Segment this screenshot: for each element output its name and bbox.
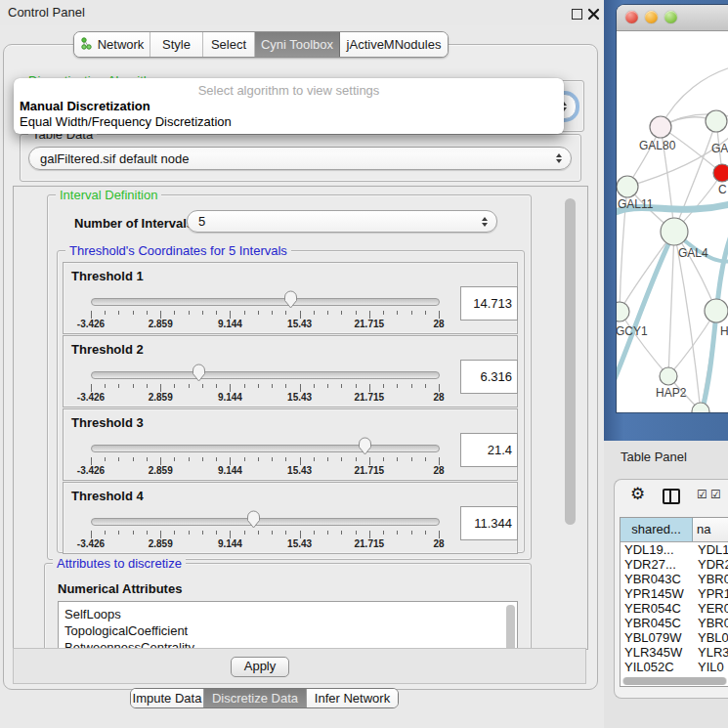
network-edge[interactable] [668, 232, 674, 376]
node-attribute-table[interactable]: shared... na YDL19...YDL1YDR27...YDR2YBR… [620, 517, 728, 687]
cyni-mode-tabs: Impute Data Discretize Data Infer Networ… [130, 688, 399, 708]
dropdown-option-equal-width-frequency[interactable]: Equal Width/Frequency Discretization [14, 114, 564, 130]
slider-axis-labels: -3.4262.8599.14415.4321.71528 [91, 319, 439, 330]
slider-axis-labels: -3.4262.8599.14415.4321.71528 [91, 392, 439, 404]
network-edge[interactable] [674, 121, 716, 232]
screen: Control Panel Network Style Select [0, 0, 728, 728]
cell-shared-name: YPR145W [621, 586, 693, 601]
table-row[interactable]: YDL19...YDL1 [621, 542, 728, 557]
tab-infer-network[interactable]: Infer Network [307, 689, 398, 707]
tab-cyni-toolbox[interactable]: Cyni Toolbox [255, 32, 340, 57]
network-node[interactable] [660, 367, 677, 385]
table-header-row: shared... na [621, 518, 728, 542]
network-node[interactable] [713, 164, 728, 182]
network-icon [80, 37, 93, 53]
tab-select-label: Select [211, 37, 246, 52]
slider-thumb[interactable] [246, 509, 261, 531]
slider-axis-labels: -3.4262.8599.14415.4321.71528 [91, 538, 439, 550]
split-columns-icon[interactable] [663, 489, 680, 504]
threshold-panel: Threshold 3-3.4262.8599.14415.4321.71528… [63, 408, 518, 481]
checkbox-icon[interactable]: ☑ [697, 488, 707, 501]
attribute-list-item[interactable]: TopologicalCoefficient [59, 622, 517, 639]
table-row[interactable]: YBR045CYBR0 [621, 616, 728, 630]
apply-button-bar: Apply [13, 648, 586, 684]
gear-icon[interactable]: ⚙ [630, 484, 645, 504]
checkbox-icons[interactable]: ☑ ☑ [697, 488, 721, 501]
table-row[interactable]: YDR27...YDR2 [621, 557, 728, 572]
threshold-label: Threshold 3 [71, 415, 144, 430]
slider-thumb[interactable] [358, 436, 372, 457]
list-scrollbar[interactable] [506, 605, 515, 650]
network-node-label: C [718, 183, 727, 196]
attribute-list-item[interactable]: SelfLoops [59, 606, 517, 622]
network-window: GAL80GACGAL11GAL4GCY1HHAP2 [617, 5, 728, 412]
cell-shared-name: YLR345W [621, 645, 693, 660]
threshold-value-field[interactable]: 21.4 [460, 433, 518, 467]
table-row[interactable]: YBL079WYBL0 [621, 630, 728, 645]
horizontal-scrollbar[interactable] [622, 677, 727, 685]
window-title: Control Panel [8, 5, 85, 20]
cell-name: YIL0 [693, 660, 728, 674]
network-node-label: GAL80 [639, 139, 676, 152]
checkbox-icon[interactable]: ☑ [710, 488, 721, 501]
thresholds-list: Threshold 1-3.4262.8599.14415.4321.71528… [63, 262, 518, 554]
table-rows: YDL19...YDL1YDR27...YDR2YBR043CYBR0YPR14… [621, 542, 728, 674]
attributes-to-discretize-group: Attributes to discretize Numerical Attri… [44, 563, 532, 650]
dropdown-option-manual-discretization[interactable]: Manual Discretization [14, 98, 564, 114]
threshold-label: Threshold 2 [71, 342, 144, 357]
tab-style[interactable]: Style [150, 32, 203, 57]
close-icon[interactable] [587, 7, 600, 20]
tab-select[interactable]: Select [203, 32, 255, 57]
network-node[interactable] [617, 176, 638, 197]
threshold-value-field[interactable]: 14.713 [460, 286, 518, 321]
threshold-label: Threshold 1 [71, 269, 144, 283]
apply-button[interactable]: Apply [231, 657, 289, 677]
table-row[interactable]: YER054CYER0 [621, 601, 728, 616]
vertical-scrollbar[interactable] [565, 198, 576, 525]
slider-track[interactable] [91, 445, 440, 452]
slider-track[interactable] [91, 371, 440, 379]
table-panel-title: Table Panel [621, 450, 687, 464]
column-header-name[interactable]: na [693, 518, 728, 541]
network-canvas[interactable]: GAL80GACGAL11GAL4GCY1HHAP2 [617, 31, 728, 412]
cell-shared-name: YBL079W [621, 630, 693, 645]
tab-jactivemnodules[interactable]: jActiveMNodules [340, 32, 448, 57]
threshold-value-field[interactable]: 11.344 [460, 506, 518, 540]
zoom-traffic-light-icon[interactable] [664, 11, 677, 23]
minimize-traffic-light-icon[interactable] [645, 11, 658, 23]
thresholds-coordinates-title: Threshold's Coordinates for 5 Intervals [65, 243, 291, 258]
threshold-panel: Threshold 2-3.4262.8599.14415.4321.71528… [63, 335, 518, 407]
slider-axis-labels: -3.4262.8599.14415.4321.71528 [91, 465, 439, 477]
threshold-value-field[interactable]: 6.316 [460, 360, 518, 394]
table-row[interactable]: YBR043CYBR0 [621, 572, 728, 586]
network-node[interactable] [617, 302, 629, 321]
thresholds-coordinates-group: Threshold's Coordinates for 5 Intervals … [57, 250, 525, 553]
table-row[interactable]: YPR145WYPR1 [621, 586, 728, 601]
tab-jactivemnodules-label: jActiveMNodules [347, 37, 442, 52]
tab-network[interactable]: Network [74, 32, 150, 57]
column-header-shared[interactable]: shared... [621, 518, 693, 541]
cell-name: YDL1 [693, 542, 728, 557]
network-node[interactable] [650, 116, 671, 138]
slider-thumb[interactable] [192, 363, 206, 384]
table-row[interactable]: YIL052CYIL0 [621, 660, 728, 674]
cell-name: YBL0 [693, 630, 728, 645]
slider-thumb[interactable] [283, 289, 298, 311]
network-node-label: GAL4 [678, 246, 708, 260]
table-data-combobox[interactable]: galFiltered.sif default node [28, 147, 572, 170]
slider-track[interactable] [91, 298, 440, 306]
slider-track[interactable] [91, 518, 440, 526]
float-window-icon[interactable] [572, 9, 582, 20]
table-row[interactable]: YLR345WYLR3 [621, 645, 728, 660]
combo-arrows-icon [556, 153, 562, 163]
numerical-attributes-list[interactable]: SelfLoopsTopologicalCoefficientBetweenne… [58, 601, 518, 650]
network-node[interactable] [661, 218, 688, 245]
network-node-label: H [720, 324, 728, 338]
number-of-intervals-combobox[interactable]: 5 [187, 210, 497, 233]
attributes-to-discretize-title: Attributes to discretize [53, 556, 186, 571]
tab-impute-data[interactable]: Impute Data [131, 689, 204, 707]
tab-discretize-data[interactable]: Discretize Data [204, 689, 307, 707]
close-traffic-light-icon[interactable] [625, 11, 638, 23]
network-node[interactable] [705, 299, 728, 322]
network-node[interactable] [706, 110, 727, 132]
